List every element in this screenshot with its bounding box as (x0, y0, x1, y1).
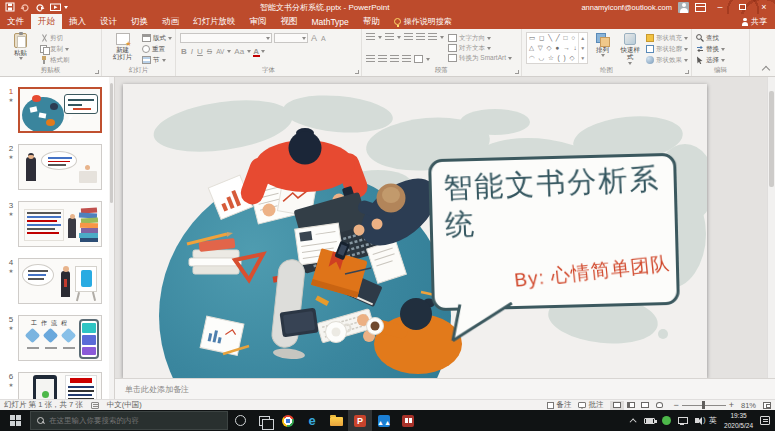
account-email[interactable]: annamyiconf@outlook.com (581, 3, 672, 12)
comments-toggle[interactable]: 批注 (578, 400, 603, 410)
taskbar-chrome[interactable] (276, 410, 300, 431)
text-direction-button[interactable]: 文字方向 (448, 33, 512, 43)
tab-insert[interactable]: 插入 (62, 14, 93, 29)
font-dialog-launcher[interactable] (355, 70, 359, 74)
decrease-indent-button[interactable] (404, 33, 413, 41)
tab-view[interactable]: 视图 (274, 14, 305, 29)
taskbar-app-blue[interactable]: ▲▲ (372, 410, 396, 431)
close-button[interactable]: × (756, 1, 772, 13)
green-app-tray-icon[interactable] (662, 416, 671, 425)
tab-design[interactable]: 设计 (93, 14, 124, 29)
notes-pane[interactable]: 单击此处添加备注 (115, 378, 775, 399)
thumbnail-slide-5[interactable]: 5★ 工作流程 (4, 315, 104, 361)
increase-indent-button[interactable] (416, 33, 425, 41)
slide-editing-surface[interactable]: 智能文书分析系统 By: 心情简单团队 (123, 84, 707, 378)
language-indicator[interactable]: 中文(中国) (107, 400, 142, 410)
redo-button[interactable] (35, 3, 45, 12)
taskbar-file-explorer[interactable] (324, 410, 348, 431)
drawing-dialog-launcher[interactable] (685, 70, 689, 74)
shapes-scroll-up-icon[interactable]: ▲ (579, 33, 587, 43)
zoom-slider[interactable] (682, 405, 726, 406)
tab-animations[interactable]: 动画 (155, 14, 186, 29)
change-case-button[interactable]: Aa (233, 47, 245, 56)
tab-transitions[interactable]: 切换 (124, 14, 155, 29)
shrink-font-button[interactable]: A (320, 35, 327, 42)
ribbon-display-options-icon[interactable] (695, 3, 706, 12)
layout-button[interactable]: 版式 (142, 33, 172, 43)
justify-button[interactable] (402, 55, 411, 63)
font-size-combobox[interactable] (274, 33, 308, 43)
vertical-scrollbar[interactable] (767, 77, 775, 378)
columns-button[interactable] (414, 55, 423, 63)
thumbnail-slide-3[interactable]: 3★ (4, 201, 104, 247)
align-text-button[interactable]: 对齐文本 (448, 43, 512, 53)
account-avatar[interactable] (678, 2, 689, 13)
shape-effects-button[interactable]: 形状效果 (646, 55, 688, 65)
tab-slideshow[interactable]: 幻灯片放映 (186, 14, 243, 29)
reading-view-button[interactable] (638, 401, 652, 410)
align-left-button[interactable] (366, 55, 375, 63)
save-button[interactable] (5, 2, 15, 12)
find-button[interactable]: 查找 (696, 33, 746, 43)
thumbnail-slide-6[interactable]: 6★ (4, 372, 104, 399)
tab-review[interactable]: 审阅 (243, 14, 274, 29)
arrange-button[interactable]: 排列 (591, 32, 615, 66)
new-slide-button[interactable]: 新建幻灯片 (106, 32, 139, 66)
thumbnail-slide-4[interactable]: 4★ (4, 258, 104, 304)
section-button[interactable]: 节 (142, 55, 172, 65)
clipboard-dialog-launcher[interactable] (95, 70, 99, 74)
reset-button[interactable]: 重置 (142, 44, 172, 54)
shapes-gallery[interactable]: ▭ ◻ ╲ ╱ □ ○ △ ▽ ◇ ● → ↓ ◠ ◡ ☆ ( ) ◇ ▲ ▼ … (526, 32, 588, 64)
shape-outline-button[interactable]: 形状轮廓 (646, 44, 688, 54)
thumbnails-scrollbar[interactable] (109, 77, 114, 399)
tab-help[interactable]: 帮助 (356, 14, 387, 29)
taskbar-clock[interactable]: 19:35 2020/5/24 (724, 411, 753, 430)
zoom-slider-thumb[interactable] (702, 401, 705, 409)
italic-button[interactable]: I (190, 47, 194, 56)
strikethrough-button[interactable]: S (206, 47, 213, 56)
network-icon[interactable] (678, 417, 688, 425)
share-button[interactable]: 共享 (733, 14, 775, 29)
taskbar-app-red[interactable] (396, 410, 420, 431)
bullets-button[interactable] (366, 33, 375, 41)
undo-button[interactable] (20, 3, 30, 12)
convert-smartart-button[interactable]: 转换为 SmartArt (448, 53, 512, 63)
slideshow-view-button[interactable] (652, 401, 666, 410)
paragraph-dialog-launcher[interactable] (515, 70, 519, 74)
shapes-scroll-down-icon[interactable]: ▼ (579, 43, 587, 53)
font-color-button[interactable]: A (253, 47, 259, 56)
quick-styles-button[interactable]: 快速样式 (617, 32, 643, 66)
title-text-box[interactable]: 智能文书分析系统 By: 心情简单团队 (428, 153, 680, 311)
fit-slide-to-window-button[interactable] (763, 402, 771, 409)
numbering-button[interactable] (385, 33, 394, 41)
select-button[interactable]: 选择 (696, 55, 746, 65)
slide-sorter-view-button[interactable] (624, 401, 638, 410)
font-name-combobox[interactable] (180, 33, 272, 43)
thumbnail-slide-1[interactable]: 1★ (4, 87, 104, 133)
shape-fill-button[interactable]: 形状填充 (646, 33, 688, 43)
align-center-button[interactable] (378, 55, 387, 63)
tab-mathtype[interactable]: MathType (305, 14, 356, 29)
zoom-percentage[interactable]: 81% (741, 401, 756, 410)
tell-me-search[interactable]: 操作说明搜索 (387, 14, 459, 29)
grow-font-button[interactable]: A (310, 33, 318, 43)
zoom-in-button[interactable]: + (729, 402, 734, 408)
format-painter-button[interactable]: 格式刷 (40, 55, 70, 65)
replace-button[interactable]: 替换 (696, 44, 746, 54)
align-right-button[interactable] (390, 55, 399, 63)
spellcheck-icon[interactable] (91, 402, 99, 409)
paste-button[interactable]: 粘贴 (4, 32, 37, 66)
notes-toggle[interactable]: 备注 (547, 400, 571, 410)
start-slideshow-button[interactable] (50, 3, 61, 12)
show-hidden-icons-chevron[interactable] (630, 418, 637, 425)
normal-view-button[interactable] (610, 401, 624, 410)
bold-button[interactable]: B (180, 47, 188, 56)
battery-icon[interactable] (644, 418, 655, 424)
action-center-icon[interactable] (760, 416, 770, 425)
taskbar-search-box[interactable] (30, 411, 228, 430)
cut-button[interactable]: 剪切 (40, 33, 70, 43)
copy-button[interactable]: 复制 (40, 44, 70, 54)
minimize-button[interactable]: – (712, 1, 728, 13)
tab-file[interactable]: 文件 (0, 14, 31, 29)
ime-indicator[interactable]: 英 (709, 415, 717, 426)
